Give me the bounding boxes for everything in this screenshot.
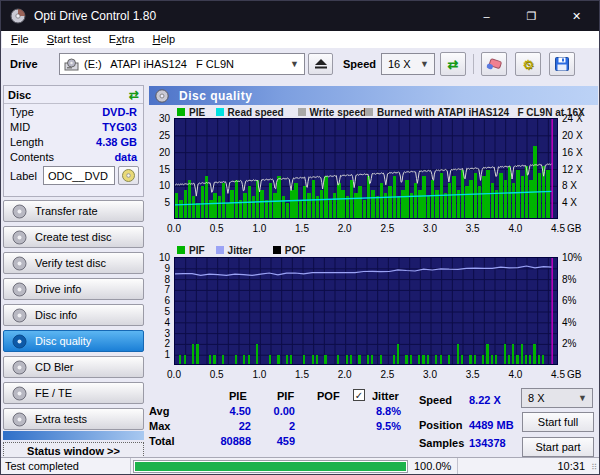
chevron-down-icon: ▼ (290, 59, 299, 69)
legend-item: Read speed (216, 107, 284, 117)
stat-right-value: 134378 (469, 437, 506, 449)
y2-axis-label: 4 X (562, 197, 577, 208)
drive-label: Drive (10, 58, 38, 70)
y-axis-label: 10 (148, 252, 170, 263)
y2-axis-label: 24 X (562, 113, 583, 124)
window-title: Opti Drive Control 1.80 (34, 9, 156, 23)
sidebar-item-label: Transfer rate (35, 205, 98, 217)
speed-value: 16 X (388, 58, 411, 70)
sidebar-item-disc-quality[interactable]: Disc quality (3, 330, 144, 352)
cd-icon (12, 204, 27, 219)
title-bar: Opti Drive Control 1.80 – ❐ ✕ (1, 1, 599, 31)
disc-label-input[interactable] (43, 166, 115, 185)
y-axis-label: 9 (148, 263, 170, 274)
legend-label: POF (285, 245, 306, 256)
progress-percent: 100.0% (410, 458, 458, 474)
legend-swatch (177, 108, 185, 116)
page-title-bar: Disc quality (149, 86, 598, 105)
x-axis-label: 2.5 (374, 223, 400, 234)
start-part-button[interactable]: Start part (522, 437, 594, 457)
toolbar-separator (473, 54, 474, 74)
sidebar-item-label: FE / TE (35, 387, 72, 399)
toolbar: Drive (E:) ATAPI iHAS124 F CL9N ▼ Speed … (2, 48, 599, 82)
maximize-button[interactable]: ❐ (509, 1, 554, 31)
sidebar-item-disc-info[interactable]: Disc info (3, 304, 144, 326)
menu-help[interactable]: Help (143, 31, 184, 48)
app-window: Opti Drive Control 1.80 – ❐ ✕ FileStart … (0, 0, 600, 475)
sidebar-item-label: Extra tests (35, 413, 87, 425)
save-icon (555, 57, 569, 71)
y-axis-label: 25 (148, 130, 170, 141)
legend-item: Jitter (216, 245, 252, 255)
burn-note-label: Burned with ATAPI iHAS124 F CL9N at 16X (377, 107, 585, 118)
test-speed-select[interactable]: 8 X ▼ (521, 388, 593, 408)
sidebar-item-fe-te[interactable]: FE / TE (3, 382, 144, 404)
menu-start-test[interactable]: Start test (38, 31, 100, 48)
y2-axis-label: 20 X (562, 130, 583, 141)
stat-row-label: Total (149, 435, 174, 447)
sidebar-item-verify-test-disc[interactable]: Verify test disc (3, 252, 144, 274)
write-label-button[interactable] (118, 166, 139, 185)
eject-button[interactable] (308, 53, 333, 75)
jitter-checkbox[interactable]: ✓ (353, 389, 365, 401)
sidebar-item-extra-tests[interactable]: Extra tests (3, 408, 144, 430)
legend-swatch (298, 108, 306, 116)
stat-row-label: Avg (149, 405, 169, 417)
resize-grip[interactable]: ⠿ (591, 463, 597, 472)
disc-field-row: TypeDVD-R (4, 104, 143, 119)
sidebar-item-transfer-rate[interactable]: Transfer rate (3, 200, 144, 222)
legend-label: PIF (189, 245, 205, 256)
y2-axis-label: 4% (562, 317, 576, 328)
cd-icon (122, 169, 135, 182)
refresh-button[interactable]: ⇄ (440, 52, 466, 76)
y-axis-label: 20 (148, 147, 170, 158)
x-axis-unit: GB (567, 369, 581, 380)
y-axis-label: 15 (148, 164, 170, 175)
settings-button[interactable]: ⚙ (515, 52, 541, 76)
cd-icon (12, 230, 27, 245)
minimize-button[interactable]: – (464, 1, 509, 31)
y-axis-label: 5 (148, 197, 170, 208)
stat-pif-value: 0.00 (239, 405, 295, 417)
save-button[interactable] (549, 52, 575, 76)
cd-icon (12, 386, 27, 401)
menu-file[interactable]: File (2, 31, 38, 48)
y2-axis-label: 10% (562, 252, 582, 263)
x-axis-label: 0.0 (161, 369, 187, 380)
legend-item: POF (273, 245, 306, 255)
close-button[interactable]: ✕ (554, 1, 599, 31)
speed-select[interactable]: 16 X ▼ (381, 53, 435, 75)
legend-label: Read speed (228, 107, 284, 118)
x-axis-label: 1.5 (289, 223, 315, 234)
disc-field-row: Length4.38 GB (4, 134, 143, 149)
test-speed-value: 8 X (528, 392, 545, 404)
legend-swatch (216, 108, 224, 116)
legend-item: PIE (177, 107, 205, 117)
sidebar-item-drive-info[interactable]: Drive info (3, 278, 144, 300)
field-value: 4.38 GB (96, 136, 137, 148)
menu-extra[interactable]: Extra (100, 31, 144, 48)
x-axis-unit: GB (567, 223, 581, 234)
x-axis-label: 2.0 (332, 223, 358, 234)
y2-axis-label: 12 X (562, 164, 583, 175)
menu-bar: FileStart testExtraHelp (2, 31, 599, 48)
erase-disc-button[interactable] (481, 52, 507, 76)
legend-item: Write speed (298, 107, 367, 117)
x-axis-label: 0.5 (204, 223, 230, 234)
cd-icon (12, 282, 27, 297)
legend-swatch (273, 246, 281, 254)
start-full-button[interactable]: Start full (522, 412, 594, 432)
y2-axis-label: 6% (562, 295, 576, 306)
sidebar-item-label: Disc info (35, 309, 77, 321)
stat-right-label: Position (419, 419, 462, 431)
legend-label: Jitter (228, 245, 252, 256)
legend-swatch (365, 108, 373, 116)
sidebar-item-create-test-disc[interactable]: Create test disc (3, 226, 144, 248)
eject-icon (315, 59, 327, 69)
drive-select[interactable]: (E:) ATAPI iHAS124 F CL9N ▼ (59, 53, 305, 75)
gears-icon: ⚙ (522, 57, 534, 72)
y-axis-label: 1 (148, 349, 170, 360)
cd-icon (12, 308, 27, 323)
refresh-disc-icon[interactable]: ⇄ (129, 88, 139, 102)
sidebar-item-cd-bler[interactable]: CD Bler (3, 356, 144, 378)
